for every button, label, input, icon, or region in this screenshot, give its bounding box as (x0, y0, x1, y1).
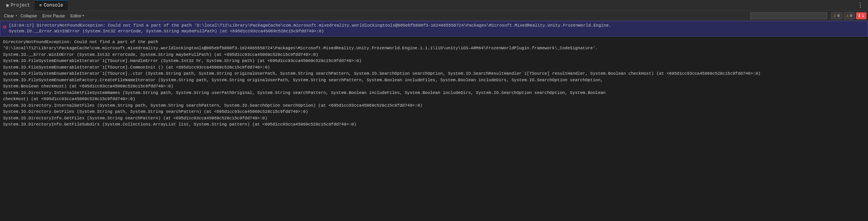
log-line: System.IO.Directory.InternalGetFileSyste… (3, 90, 865, 96)
console-output[interactable]: DirectoryNotFoundException: Could not fi… (0, 37, 868, 218)
log-line: System.IO.FileSystemEnumerableIterator`1… (3, 64, 865, 71)
log-line: System.IO.Directory.InternalGetFiles (Sy… (3, 102, 865, 109)
error-pause-button[interactable]: Error Pause (40, 12, 67, 20)
clear-dropdown-arrow[interactable]: ▾ (15, 14, 17, 17)
error-banner[interactable]: ⊘ [13:04:17] DirectoryNotFoundException:… (0, 21, 868, 37)
tab-console[interactable]: ≡ Console (35, 0, 68, 10)
error-badge-button[interactable]: ⚠ 0 (844, 12, 855, 19)
error-second-line: System.IO.__Error.WinIOError (System.Int… (9, 29, 324, 33)
log-line: System.IO.FileSystemEnumerableFactory.Cr… (3, 77, 865, 84)
log-line: System.IO.Directory.GetFiles (System.Str… (3, 109, 865, 115)
log-line: checkHost) (at <695d1cc93cca45069c528c15… (3, 96, 865, 102)
info-badge-button[interactable]: ℹ 1 (856, 12, 866, 19)
search-input[interactable] (750, 12, 827, 19)
editor-dropdown-arrow: ▾ (82, 14, 84, 17)
editor-label: Editor (70, 13, 82, 18)
search-area (750, 12, 827, 19)
project-icon: ▣ (6, 3, 9, 8)
tab-bar: ▣ Project ≡ Console ⋮ (0, 0, 868, 11)
info-icon: ℹ (858, 13, 860, 18)
error-warn-icon: ⚠ (846, 13, 849, 18)
log-line: System.IO.__Error.WinIOError (System.Int… (3, 52, 865, 58)
log-line: System.Boolean checkHost) (at <695d1cc93… (3, 83, 865, 90)
log-line: System.IO.FileSystemEnumerableIterator`1… (3, 58, 865, 64)
error-timestamp: [13:04:17] (9, 23, 34, 28)
editor-button[interactable]: Editor ▾ (68, 12, 87, 20)
clear-button[interactable]: Clear (2, 12, 16, 20)
error-message: DirectoryNotFoundException: Could not fi… (37, 23, 611, 28)
tab-project-label: Project (11, 3, 30, 8)
tab-more-button[interactable]: ⋮ (854, 2, 866, 9)
collapse-button[interactable]: Collapse (18, 12, 39, 20)
warn-icon: ⚠ (833, 13, 836, 18)
info-count: 1 (861, 13, 864, 18)
log-line: System.IO.DirectoryInfo.GetFileSubdirs (… (3, 121, 865, 128)
console-icon: ≡ (39, 3, 42, 8)
log-line: System.IO.DirectoryInfo.GetFiles (System… (3, 115, 865, 122)
error-banner-text: [13:04:17] DirectoryNotFoundException: C… (9, 23, 865, 35)
warn-count: 0 (837, 13, 840, 18)
error-circle-icon: ⊘ (3, 23, 7, 31)
log-line: DirectoryNotFoundException: Could not fi… (3, 39, 865, 45)
log-line: 'D:\local\T12\Library\PackageCache\com.m… (3, 45, 865, 52)
tab-project[interactable]: ▣ Project (2, 0, 35, 10)
error-badge-count: 0 (850, 13, 853, 18)
tab-console-label: Console (44, 3, 63, 8)
badge-area: ⚠ 0 ⚠ 0 ℹ 1 (831, 12, 866, 19)
toolbar: Clear ▾ Collapse Error Pause Editor ▾ ⚠ … (0, 11, 868, 21)
warn-badge-button[interactable]: ⚠ 0 (831, 12, 842, 19)
log-line: System.IO.FileSystemEnumerableIterator`1… (3, 70, 865, 77)
